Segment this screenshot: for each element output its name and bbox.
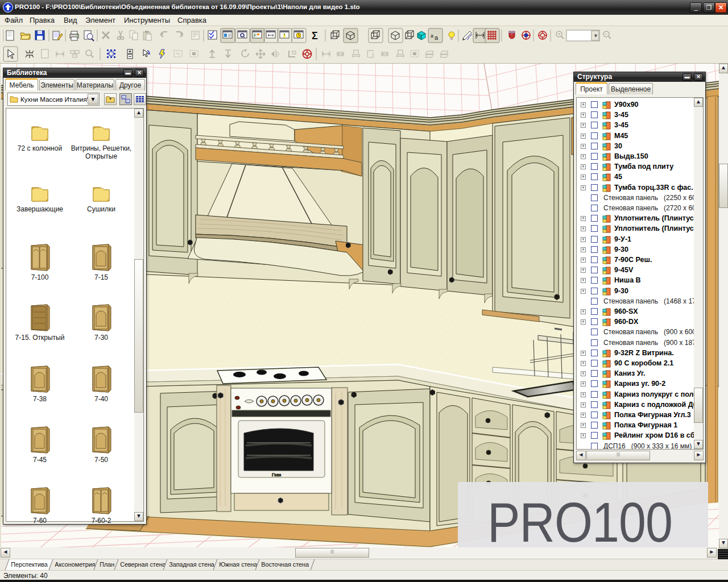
svg-text:a: a bbox=[431, 33, 433, 39]
svg-text:Σ: Σ bbox=[312, 30, 318, 41]
svg-text:D: D bbox=[126, 100, 129, 103]
svg-text:D: D bbox=[122, 96, 125, 99]
svg-text:Гэвз: Гэвз bbox=[272, 472, 282, 477]
svg-text:▼: ▼ bbox=[593, 33, 598, 39]
svg-text:a: a bbox=[435, 34, 439, 41]
